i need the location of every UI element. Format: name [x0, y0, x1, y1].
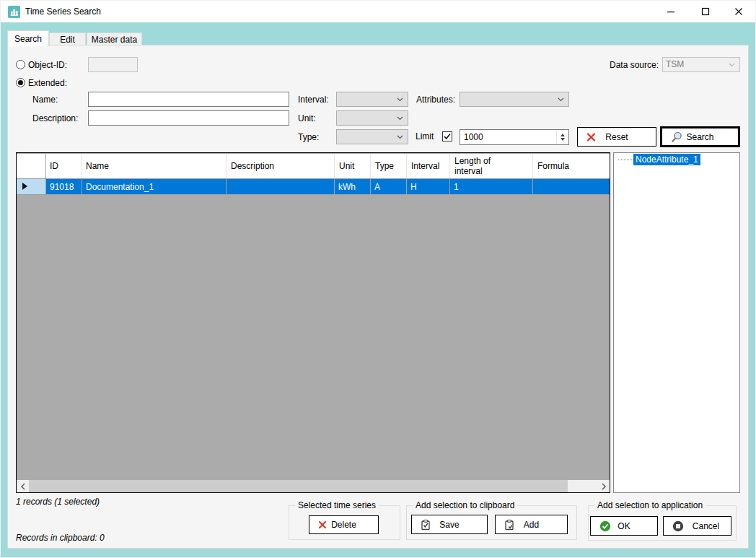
add-label: Add [524, 520, 539, 530]
scrollbar-thumb[interactable] [29, 480, 568, 492]
description-input[interactable] [88, 110, 289, 126]
col-header-description[interactable]: Description [231, 154, 332, 178]
save-button[interactable]: Save [411, 515, 488, 534]
chevron-left-icon [20, 483, 26, 490]
minimize-icon [667, 7, 675, 16]
window-title: Time Series Search [25, 6, 101, 17]
col-header-unit[interactable]: Unit [339, 154, 372, 178]
col-header-type[interactable]: Type [375, 154, 408, 178]
app-window: Time Series Search Search Edit Master da… [0, 0, 756, 558]
chevron-down-icon [558, 97, 564, 102]
description-label: Description: [32, 113, 78, 123]
col-header-name[interactable]: Name [86, 154, 223, 178]
save-clipboard-icon [421, 519, 431, 530]
add-clipboard-icon [504, 519, 514, 530]
tab-search[interactable]: Search [7, 30, 49, 46]
add-to-application-title: Add selection to application [594, 500, 706, 510]
col-header-id[interactable]: ID [50, 154, 79, 178]
cell-description[interactable] [231, 179, 332, 194]
row-selector-arrow-icon [22, 183, 27, 190]
search-button[interactable]: Search [660, 126, 740, 147]
chevron-down-icon [397, 135, 403, 139]
extended-label: Extended: [28, 78, 67, 88]
limit-value: 1000 [464, 132, 483, 142]
limit-checkbox[interactable] [442, 131, 452, 141]
maximize-button[interactable] [691, 1, 720, 22]
close-button[interactable] [724, 1, 753, 22]
unit-label: Unit: [298, 113, 316, 123]
cancel-button[interactable]: Cancel [663, 516, 731, 536]
attributes-label: Attributes: [416, 95, 455, 105]
attributes-tree: NodeAttribute_1 [613, 152, 740, 493]
limit-label: Limit [416, 131, 434, 141]
name-input[interactable] [88, 92, 289, 107]
close-icon [734, 7, 743, 16]
spin-down-icon[interactable] [561, 138, 565, 141]
interval-label: Interval: [298, 95, 329, 105]
spin-up-icon[interactable] [561, 134, 565, 136]
chevron-down-icon [397, 116, 403, 121]
ok-button[interactable]: OK [590, 516, 658, 536]
unit-select[interactable] [336, 110, 408, 126]
add-to-clipboard-title: Add selection to clipboard [413, 500, 517, 510]
delete-button[interactable]: Delete [309, 515, 379, 534]
cell-id[interactable]: 91018 [50, 179, 79, 194]
object-id-label: Object-ID: [28, 60, 67, 70]
attributes-select[interactable] [460, 92, 569, 107]
check-icon [443, 132, 452, 141]
ok-check-icon [599, 520, 611, 532]
limit-spinner[interactable] [556, 130, 568, 144]
chevron-down-icon [397, 97, 403, 102]
cancel-label: Cancel [693, 521, 719, 531]
name-label: Name: [32, 95, 58, 105]
reset-button[interactable]: Reset [577, 127, 656, 147]
ok-label: OK [617, 521, 630, 531]
delete-x-icon [318, 520, 327, 529]
row-header-cell[interactable] [17, 179, 45, 194]
cancel-stop-icon [672, 520, 684, 532]
object-id-input[interactable] [88, 57, 138, 72]
interval-select[interactable] [336, 92, 408, 107]
search-label: Search [686, 132, 713, 142]
scroll-right-button[interactable] [597, 480, 610, 492]
cell-name[interactable]: Documentation_1 [86, 179, 223, 194]
type-select[interactable] [336, 129, 408, 144]
title-bar: Time Series Search [1, 1, 755, 22]
delete-label: Delete [331, 520, 356, 530]
minimize-button[interactable] [656, 1, 685, 22]
scroll-left-button[interactable] [17, 480, 29, 492]
records-status: 1 records (1 selected) [16, 497, 100, 507]
horizontal-scrollbar[interactable] [17, 480, 610, 492]
chevron-down-icon [729, 63, 735, 67]
data-source-value: TSM [666, 59, 684, 69]
col-header-interval[interactable]: Interval [411, 154, 447, 178]
tree-node-nodeattribute-1[interactable]: NodeAttribute_1 [633, 154, 700, 165]
col-header-length-of-interval[interactable]: Length of interval [454, 154, 512, 178]
clipboard-status: Records in clipboard: 0 [16, 533, 105, 543]
reset-x-icon [586, 132, 596, 141]
data-source-select[interactable]: TSM [662, 57, 740, 72]
chevron-right-icon [601, 483, 607, 490]
reset-label: Reset [605, 132, 628, 142]
add-button[interactable]: Add [495, 515, 568, 534]
tab-edit[interactable]: Edit [49, 32, 86, 45]
save-label: Save [439, 520, 459, 530]
cell-formula[interactable] [537, 179, 602, 194]
maximize-icon [701, 7, 710, 16]
app-icon [8, 6, 20, 18]
cell-type[interactable]: A [374, 179, 407, 194]
search-icon [671, 131, 682, 143]
limit-input[interactable]: 1000 [460, 129, 569, 145]
cell-length-of-interval[interactable]: 1 [454, 179, 511, 194]
type-label: Type: [298, 132, 319, 142]
cell-interval[interactable]: H [410, 179, 447, 194]
tab-master-data[interactable]: Master data [87, 32, 142, 45]
tree-connector [618, 160, 633, 160]
extended-radio[interactable] [16, 78, 25, 87]
object-id-radio[interactable] [16, 60, 25, 69]
results-grid: ID Name Description Unit Type Interval L… [16, 152, 610, 493]
cell-unit[interactable]: kWh [338, 179, 371, 194]
col-header-formula[interactable]: Formula [537, 154, 602, 178]
data-source-label: Data source: [610, 60, 659, 70]
selected-time-series-title: Selected time series [295, 500, 379, 510]
